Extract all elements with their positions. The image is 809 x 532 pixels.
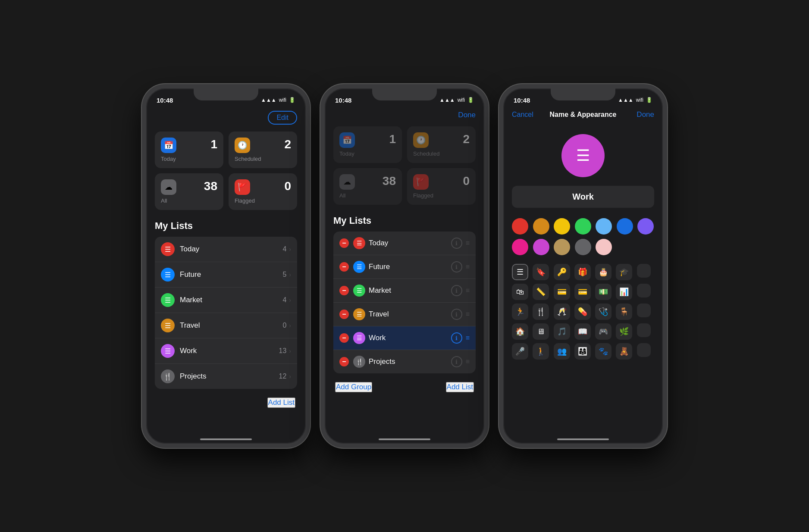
color-green[interactable] (575, 218, 591, 235)
drag-handle-icon[interactable]: ≡ (466, 358, 470, 366)
icon-card1[interactable]: 💳 (554, 284, 570, 300)
info-button[interactable]: ℹ (451, 238, 462, 249)
color-gray[interactable] (575, 239, 591, 255)
icon-list[interactable]: ☰ (512, 264, 528, 280)
list-item[interactable]: ☰ Market 4 › (155, 288, 297, 313)
delete-icon[interactable]: − (339, 310, 349, 319)
color-orange[interactable] (533, 218, 549, 235)
list-item[interactable]: ☰ Travel 0 › (155, 313, 297, 338)
color-purple[interactable] (533, 239, 549, 255)
icon-home[interactable]: 🏠 (512, 323, 528, 340)
list-item[interactable]: 🍴 Projects 12 › (155, 364, 297, 389)
color-red[interactable] (512, 218, 528, 235)
icon-utensils[interactable]: 🍴 (533, 304, 549, 320)
list-item[interactable]: ☰ Future 5 › (155, 262, 297, 288)
delete-icon[interactable]: − (339, 286, 349, 295)
add-list-button-2[interactable]: Add List (446, 382, 474, 392)
delete-icon[interactable]: − (339, 238, 349, 248)
drag-handle-icon[interactable]: ≡ (466, 334, 470, 342)
edit-list-item-work[interactable]: − ☰ Work ℹ ≡ (333, 326, 476, 350)
list-icon: 🍴 (353, 356, 365, 368)
icon-game[interactable]: 🎮 (595, 323, 611, 340)
add-list-button[interactable]: Add List (267, 397, 295, 408)
icon-mic[interactable]: 🎤 (512, 343, 528, 360)
list-name-input[interactable]: Work (512, 186, 654, 208)
edit-list-item[interactable]: − 🍴 Projects ℹ ≡ (333, 350, 476, 373)
edit-button[interactable]: Edit (268, 111, 297, 125)
color-yellow[interactable] (554, 218, 570, 235)
lists-container-2: − ☰ Today ℹ ≡ − ☰ Future ℹ ≡ − ☰ Market … (333, 232, 476, 373)
info-button[interactable]: ℹ (451, 285, 462, 296)
list-icon-projects: 🍴 (161, 369, 175, 383)
appearance-icon[interactable]: ☰ (561, 134, 605, 177)
icon-card2[interactable]: 💳 (574, 284, 591, 300)
info-button[interactable]: ℹ (451, 356, 462, 367)
icon-pill[interactable]: 💊 (574, 304, 591, 320)
stat-all-2: ☁ 38 All (333, 168, 402, 205)
icon-book[interactable]: 📖 (574, 323, 591, 340)
icon-leaf[interactable]: 🌿 (616, 323, 632, 340)
list-count-market: 4 (282, 296, 286, 304)
icon-ruler[interactable]: 📏 (533, 284, 549, 300)
all-icon-2: ☁ (339, 174, 355, 190)
chevron-icon: › (289, 373, 291, 380)
color-blue[interactable] (617, 218, 633, 235)
drag-handle-icon[interactable]: ≡ (466, 287, 470, 294)
add-group-button[interactable]: Add Group (335, 382, 372, 392)
list-item[interactable]: ☰ Work 13 › (155, 338, 297, 364)
all-icon: ☁ (161, 179, 176, 195)
icon-bag[interactable]: 🛍 (512, 284, 528, 300)
icon-empty3 (637, 304, 651, 317)
today-label: Today (161, 156, 217, 162)
color-lightpink[interactable] (596, 239, 612, 255)
edit-list-item[interactable]: − ☰ Today ℹ ≡ (333, 232, 476, 255)
color-indigo[interactable] (637, 218, 654, 235)
delete-icon[interactable]: − (339, 357, 349, 366)
color-pink[interactable] (512, 239, 528, 255)
color-lightblue[interactable] (596, 218, 612, 235)
icon-bear[interactable]: 🧸 (616, 343, 632, 360)
done-button-2[interactable]: Done (458, 111, 476, 119)
stat-all[interactable]: ☁ 38 All (155, 173, 223, 210)
drag-handle-icon[interactable]: ≡ (466, 310, 470, 318)
icon-walk[interactable]: 🚶 (533, 343, 549, 360)
icon-bookmark[interactable]: 🔖 (533, 264, 549, 280)
icon-chart[interactable]: 📊 (616, 284, 632, 300)
delete-icon[interactable]: − (339, 262, 349, 272)
icon-paw[interactable]: 🐾 (595, 343, 611, 360)
icon-cake[interactable]: 🎂 (595, 264, 611, 280)
delete-icon[interactable]: − (339, 333, 349, 343)
drag-handle-icon[interactable]: ≡ (466, 239, 470, 247)
color-tan[interactable] (554, 239, 570, 255)
icon-people[interactable]: 👥 (554, 343, 570, 360)
list-name-today: Today (180, 245, 282, 253)
icon-money[interactable]: 💵 (595, 284, 611, 300)
icon-chair[interactable]: 🪑 (616, 304, 632, 320)
icon-key[interactable]: 🔑 (554, 264, 570, 280)
edit-list-item[interactable]: − ☰ Future ℹ ≡ (333, 255, 476, 279)
info-button[interactable]: ℹ (451, 309, 462, 320)
stat-today[interactable]: 📅 1 Today (155, 131, 223, 168)
status-bar-2: 10:48 ▲▲▲ wifi 🔋 (325, 88, 484, 107)
cancel-button[interactable]: Cancel (512, 111, 533, 119)
icon-run[interactable]: 🏃 (512, 304, 528, 320)
edit-list-item[interactable]: − ☰ Travel ℹ ≡ (333, 303, 476, 326)
icon-medical[interactable]: 🩺 (595, 304, 611, 320)
icon-gift[interactable]: 🎁 (574, 264, 591, 280)
icon-empty5 (637, 343, 651, 357)
drag-handle-icon[interactable]: ≡ (466, 263, 470, 271)
icon-wine[interactable]: 🥂 (554, 304, 570, 320)
stat-scheduled[interactable]: 🕐 2 Scheduled (229, 131, 297, 168)
icon-monitor[interactable]: 🖥 (533, 323, 549, 340)
info-button[interactable]: ℹ (451, 261, 462, 272)
signal-icon: ▲▲▲ (618, 97, 633, 103)
list-item[interactable]: ☰ Today 4 › (155, 237, 297, 262)
stat-flagged[interactable]: 🚩 0 Flagged (229, 173, 297, 210)
info-button-highlighted[interactable]: ℹ (451, 332, 462, 344)
icon-family[interactable]: 👨‍👩‍👧 (574, 343, 591, 360)
list-icon-work: ☰ (161, 344, 175, 358)
icon-graduation[interactable]: 🎓 (616, 264, 632, 280)
edit-list-item[interactable]: − ☰ Market ℹ ≡ (333, 279, 476, 303)
icon-music[interactable]: 🎵 (554, 323, 570, 340)
done-button-3[interactable]: Done (637, 110, 654, 119)
